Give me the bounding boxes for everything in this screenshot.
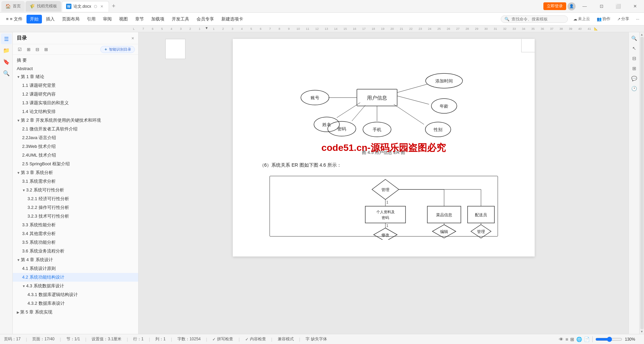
toc-item-ch2-3[interactable]: 2.3Web 技术介绍 [13, 142, 138, 151]
toc-item-abstract-en[interactable]: Abstract [13, 65, 138, 72]
status-missing-font[interactable]: 字 缺失字体 [306, 336, 327, 342]
ch5-arrow: ▶ [17, 310, 19, 314]
toc-icon-button[interactable]: ☰ [1, 34, 12, 44]
menu-devtools[interactable]: 开发工具 [168, 15, 193, 23]
toc-item-ch2[interactable]: ▼第 2 章 开发系统所使用的关键技术和环境 [13, 116, 138, 125]
toc-item-ch4-3-1[interactable]: 4.3.1 数据库逻辑结构设计 [13, 290, 138, 299]
scroll-up-button[interactable]: ▲ [640, 33, 644, 36]
right-view-button[interactable]: ⊟ [630, 54, 639, 63]
minimize-button[interactable]: — [577, 1, 592, 12]
toc-check-button[interactable]: ☑ [16, 46, 23, 53]
search-icon-button[interactable]: 🔍 [1, 68, 12, 78]
doc-page-corner-left [139, 32, 196, 66]
toc-remove-button[interactable]: ⊟ [34, 46, 41, 53]
toc-item-ch1-1[interactable]: 1.1 课题研究背景 [13, 81, 138, 90]
menu-view[interactable]: 视图 [116, 15, 131, 23]
menu-insert[interactable]: 插入 [43, 15, 58, 23]
status-section[interactable]: 节：1/1 [66, 336, 80, 342]
scroll-down-button[interactable]: ▼ [640, 330, 644, 333]
menu-vip[interactable]: 会员专享 [193, 15, 217, 23]
vertical-scrollbar[interactable]: ▲ ▼ [639, 32, 644, 334]
cloud-status[interactable]: ☁ 未上云 [571, 15, 592, 23]
menu-start[interactable]: 开始 [26, 15, 42, 23]
toc-item-ch4-3[interactable]: ▼4.3 系统数据库设计 [13, 282, 138, 290]
collab-button[interactable]: 👥 协作 [595, 15, 612, 23]
view-list-button[interactable]: ≡ [566, 337, 568, 342]
view-grid-button[interactable]: ⊞ [570, 337, 574, 342]
user-avatar[interactable]: 👤 [568, 2, 576, 10]
tab-doc[interactable]: W 论文.docx ⬡ ✕ [62, 1, 109, 12]
status-compat[interactable]: 兼容模式 [278, 336, 294, 342]
status-total-pages[interactable]: 页面：17/40 [32, 336, 54, 342]
toc-item-ch2-5[interactable]: 2.5 SpringBoot 框架介绍 [13, 160, 138, 168]
toc-item-ch1-3[interactable]: 1.3 课题实项目的和意义 [13, 99, 138, 107]
menu-review[interactable]: 审阅 [100, 15, 115, 23]
toc-item-abstract-cn[interactable]: 摘 要 [13, 56, 138, 65]
files-icon-button[interactable]: 📁 [1, 45, 12, 56]
menu-newtab[interactable]: 新建选项卡 [218, 15, 247, 23]
bookmark-icon-button[interactable]: 🔖 [1, 56, 12, 67]
document-area[interactable]: 用户信息 账号 添加时间 年龄 [139, 32, 629, 334]
right-cursor-button[interactable]: ↖ [630, 44, 639, 53]
status-row[interactable]: 行：1 [133, 336, 144, 342]
toc-item-ch3-2-2[interactable]: 3.2.2 操作可行性分析 [13, 203, 138, 212]
status-spellcheck[interactable]: ✓ 拼写检查 [212, 336, 233, 342]
toc-item-ch3-6[interactable]: 3.6 系统业务流程分析 [13, 247, 138, 255]
toc-item-ch3-2-3[interactable]: 3.2.3 技术可行性分析 [13, 212, 138, 221]
view-eye-button[interactable]: 👁 [559, 337, 564, 342]
toc-item-ch1-4[interactable]: 1.4 论文结构安排 [13, 107, 138, 116]
restore-button[interactable]: ⊡ [594, 1, 609, 12]
menu-chapter[interactable]: 章节 [132, 15, 147, 23]
maximize-button[interactable]: ⬜ [610, 1, 626, 12]
toc-item-ch4-1[interactable]: 4.1 系统设计原则 [13, 264, 138, 273]
status-contentcheck[interactable]: ✓ 内容检查 [245, 336, 266, 342]
tab-home[interactable]: 🏠 首页 [1, 1, 25, 12]
toc-expand-button[interactable]: ⊞ [42, 46, 50, 53]
menu-search-box[interactable]: 🔍 [501, 15, 568, 23]
toc-item-ch4-3-2[interactable]: 4.3.2 数据库表设计 [13, 299, 138, 308]
close-button[interactable]: ✕ [627, 1, 643, 12]
toc-item-ch3-2-1[interactable]: 3.2.1 经济可行性分析 [13, 194, 138, 203]
status-position[interactable]: 设置值：3.1厘米 [92, 336, 121, 342]
add-tab-button[interactable]: + [109, 2, 118, 11]
right-toggle-button[interactable]: ⊞ [630, 64, 639, 73]
toc-item-ch4[interactable]: ▼第 4 章 系统设计 [13, 255, 138, 264]
status-col[interactable]: 列：1 [155, 336, 166, 342]
doc-tab-close[interactable]: ✕ [99, 4, 105, 9]
smart-toc-button[interactable]: ✦ 智能识别目录 [100, 46, 135, 53]
toc-item-ch5[interactable]: ▶第 5 章 系统实现 [13, 308, 138, 317]
right-comment-button[interactable]: 💬 [630, 74, 639, 83]
menu-addons[interactable]: 加载项 [148, 15, 168, 23]
toc-item-ch3-5[interactable]: 3.5 系统功能分析 [13, 238, 138, 247]
zoom-slider[interactable] [595, 337, 622, 342]
menu-cite[interactable]: 引用 [84, 15, 99, 23]
status-page[interactable]: 页码：17 [4, 336, 20, 342]
menu-layout[interactable]: 页面布局 [59, 15, 83, 23]
toc-item-ch2-1[interactable]: 2.1 微信开发者工具软件介绍 [13, 125, 138, 133]
tab-template[interactable]: 🌾 找稻壳模板 [25, 1, 61, 12]
sidebar-close-button[interactable]: × [131, 36, 134, 41]
right-search-button[interactable]: 🔍 [630, 34, 639, 43]
toc-item-ch4-2[interactable]: 4.2 系统功能结构设计 [13, 273, 138, 282]
toc-add-button[interactable]: ⊞ [25, 46, 32, 53]
share-button[interactable]: ↗ 分享 [615, 15, 631, 23]
toc-item-ch3-3[interactable]: 3.3 系统性能分析 [13, 221, 138, 229]
view-web-button[interactable]: 🌐 [576, 337, 582, 342]
toc-item-ch3-2[interactable]: ▼3.2 系统可行性分析 [13, 186, 138, 194]
login-button[interactable]: 立即登录 [543, 2, 566, 10]
toc-item-ch2-2[interactable]: 2.2Java 语言介绍 [13, 133, 138, 142]
menu-file[interactable]: ≡ ≡ 文件 [3, 15, 26, 23]
toc-item-ch1-2[interactable]: 1.2 课题研究内容 [13, 90, 138, 99]
doc-tab-restore[interactable]: ⬡ [94, 4, 97, 9]
toc-item-ch2-4[interactable]: 2.4UML 技术介绍 [13, 151, 138, 160]
more-button[interactable]: ··· [634, 15, 641, 23]
search-input[interactable] [512, 17, 562, 21]
toc-item-ch1[interactable]: ▼第 1 章 绪论 [13, 72, 138, 81]
toc-item-ch3-1[interactable]: 3.1 系统需求分析 [13, 177, 138, 186]
right-history-button[interactable]: 🕐 [630, 84, 639, 93]
view-doc-button[interactable]: 📄 [584, 337, 590, 342]
toc-item-ch3-4[interactable]: 3.4 其他需求分析 [13, 229, 138, 238]
scroll-thumb[interactable] [640, 37, 644, 329]
status-wordcount[interactable]: 字数：10254 [177, 336, 201, 342]
toc-item-ch3[interactable]: ▼第 3 章 系统分析 [13, 168, 138, 177]
